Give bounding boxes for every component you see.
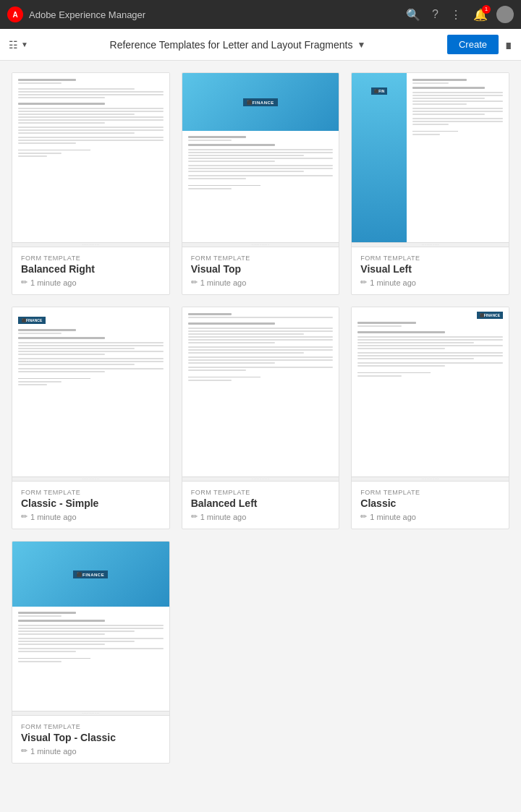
visual-top-body: · · · · · · · · · · · bbox=[182, 131, 339, 195]
finance-logo: ⬛FIN bbox=[371, 87, 387, 95]
app-title: Adobe Experience Manager bbox=[29, 9, 145, 20]
create-button[interactable]: Create bbox=[447, 35, 499, 54]
sidebar-chevron-icon[interactable]: ▼ bbox=[21, 40, 28, 48]
template-info-classic-simple: FORM TEMPLATE Classic - Simple ✏ 1 minut… bbox=[12, 481, 169, 529]
template-time: 1 minute ago bbox=[370, 278, 416, 287]
template-name-label: Visual Top bbox=[191, 263, 331, 275]
template-name-label: Classic - Simple bbox=[21, 497, 161, 509]
template-type-label: FORM TEMPLATE bbox=[21, 489, 161, 496]
pencil-icon: ✏ bbox=[360, 512, 367, 521]
template-meta: ✏ 1 minute ago bbox=[21, 278, 161, 287]
visual-left-container: ⬛FIN bbox=[352, 73, 509, 247]
template-meta: ✏ 1 minute ago bbox=[360, 512, 500, 521]
visual-left-content bbox=[407, 73, 509, 247]
preview-footer-4: · · · · · · · · · · · bbox=[12, 476, 169, 481]
template-card-balanced-left[interactable]: · · · · · · · · · · · FORM TEMPLATE Bala… bbox=[182, 307, 340, 529]
visual-top-header: ⬛FINANCE bbox=[182, 73, 339, 131]
template-type-label: FORM TEMPLATE bbox=[191, 255, 331, 262]
template-preview-visual-top: ⬛FINANCE bbox=[182, 73, 339, 247]
template-meta: ✏ 1 minute ago bbox=[360, 278, 500, 287]
template-type-label: FORM TEMPLATE bbox=[360, 255, 500, 262]
preview-footer-5: · · · · · · · · · · · bbox=[182, 476, 339, 481]
template-info-visual-top-classic: FORM TEMPLATE Visual Top - Classic ✏ 1 m… bbox=[12, 715, 169, 763]
template-info-balanced-right: FORM TEMPLATE Balanced Right ✏ 1 minute … bbox=[12, 247, 169, 294]
title-chevron-icon[interactable]: ▼ bbox=[357, 40, 365, 50]
template-meta: ✏ 1 minute ago bbox=[191, 512, 331, 521]
template-type-label: FORM TEMPLATE bbox=[191, 489, 331, 496]
template-name-label: Visual Left bbox=[360, 263, 500, 275]
notification-badge: 1 bbox=[482, 5, 491, 14]
finance-logo: ⬛FINANCE bbox=[73, 570, 108, 578]
template-info-visual-left: FORM TEMPLATE Visual Left ✏ 1 minute ago bbox=[352, 247, 509, 294]
template-grid: · · · · · · · · · · · FORM TEMPLATE Bala… bbox=[12, 72, 509, 529]
visual-left-sidebar: ⬛FIN bbox=[352, 73, 407, 247]
template-meta: ✏ 1 minute ago bbox=[21, 512, 161, 521]
template-info-balanced-left: FORM TEMPLATE Balanced Left ✏ 1 minute a… bbox=[182, 481, 339, 529]
user-avatar[interactable] bbox=[496, 6, 514, 23]
grid-view-icon[interactable]: ∎ bbox=[504, 37, 512, 53]
template-card-visual-left[interactable]: ⬛FIN bbox=[351, 72, 509, 295]
search-icon[interactable]: 🔍 bbox=[403, 5, 423, 25]
template-name-label: Visual Top - Classic bbox=[21, 732, 161, 743]
template-card-classic[interactable]: ⬛FINANCE bbox=[351, 307, 509, 529]
preview-footer-3: · · · · · · · · · · · bbox=[352, 242, 509, 247]
template-type-label: FORM TEMPLATE bbox=[21, 255, 161, 262]
grid-icon[interactable]: ⋮ bbox=[447, 5, 465, 25]
template-preview-visual-top-classic: ⬛FINANCE bbox=[12, 542, 169, 715]
preview-footer: · · · · · · · · · · · bbox=[12, 242, 169, 247]
finance-logo-tr: ⬛FINANCE bbox=[477, 312, 503, 319]
pencil-icon: ✏ bbox=[191, 512, 198, 521]
template-preview-balanced-right: · · · · · · · · · · · bbox=[12, 73, 169, 247]
pencil-icon: ✏ bbox=[21, 512, 27, 521]
preview-footer-6: · · · · · · · · · · · bbox=[352, 476, 509, 481]
template-card-visual-top[interactable]: ⬛FINANCE bbox=[182, 72, 340, 295]
template-meta: ✏ 1 minute ago bbox=[191, 278, 331, 287]
page-title: Reference Templates for Letter and Layou… bbox=[110, 39, 353, 51]
template-time: 1 minute ago bbox=[370, 513, 416, 521]
help-icon[interactable]: ? bbox=[429, 5, 441, 24]
finance-logo: ⬛FINANCE bbox=[18, 317, 46, 324]
app-logo: A bbox=[7, 7, 23, 22]
notification-icon[interactable]: 🔔 1 bbox=[470, 5, 491, 25]
template-card-visual-top-classic[interactable]: ⬛FINANCE bbox=[12, 541, 170, 764]
page-title-area: Reference Templates for Letter and Layou… bbox=[34, 39, 441, 51]
template-name-label: Classic bbox=[360, 497, 500, 509]
template-time: 1 minute ago bbox=[200, 513, 247, 521]
action-area: Create ∎ bbox=[447, 35, 512, 54]
template-preview-visual-left: ⬛FIN bbox=[352, 73, 509, 247]
template-preview-classic-simple: ⬛FINANCE bbox=[12, 307, 169, 481]
template-name-label: Balanced Right bbox=[21, 263, 161, 275]
sub-navigation: ☷ ▼ Reference Templates for Letter and L… bbox=[0, 29, 521, 61]
template-info-classic: FORM TEMPLATE Classic ✏ 1 minute ago bbox=[352, 481, 509, 529]
template-time: 1 minute ago bbox=[30, 513, 77, 521]
visual-top-classic-header: ⬛FINANCE bbox=[12, 542, 169, 607]
pencil-icon: ✏ bbox=[21, 278, 27, 287]
preview-footer-7: · · · · · · · · · · · bbox=[12, 711, 169, 715]
template-meta: ✏ 1 minute ago bbox=[21, 746, 161, 756]
template-preview-balanced-left: · · · · · · · · · · · bbox=[182, 307, 339, 481]
template-time: 1 minute ago bbox=[30, 747, 77, 756]
template-card-classic-simple[interactable]: ⬛FINANCE bbox=[12, 307, 170, 529]
pencil-icon: ✏ bbox=[360, 278, 367, 287]
visual-top-classic-body: · · · · · · · · · · · bbox=[12, 607, 169, 668]
template-preview-classic: ⬛FINANCE bbox=[352, 307, 509, 481]
pencil-icon: ✏ bbox=[21, 746, 27, 756]
finance-logo: ⬛FINANCE bbox=[243, 98, 278, 106]
template-name-label: Balanced Left bbox=[191, 497, 331, 509]
sidebar-toggle-area[interactable]: ☷ ▼ bbox=[9, 39, 28, 51]
template-info-visual-top: FORM TEMPLATE Visual Top ✏ 1 minute ago bbox=[182, 247, 339, 294]
main-content: · · · · · · · · · · · FORM TEMPLATE Bala… bbox=[0, 61, 521, 775]
template-type-label: FORM TEMPLATE bbox=[21, 723, 161, 730]
template-time: 1 minute ago bbox=[200, 278, 247, 287]
template-grid-bottom: ⬛FINANCE bbox=[12, 541, 509, 764]
pencil-icon: ✏ bbox=[191, 278, 198, 287]
sidebar-toggle-icon[interactable]: ☷ bbox=[9, 39, 18, 51]
template-card-balanced-right[interactable]: · · · · · · · · · · · FORM TEMPLATE Bala… bbox=[12, 72, 170, 295]
top-navigation: A Adobe Experience Manager 🔍 ? ⋮ 🔔 1 bbox=[0, 0, 521, 29]
preview-footer-2: · · · · · · · · · · · bbox=[182, 242, 339, 247]
template-time: 1 minute ago bbox=[30, 278, 77, 287]
template-type-label: FORM TEMPLATE bbox=[360, 489, 500, 496]
